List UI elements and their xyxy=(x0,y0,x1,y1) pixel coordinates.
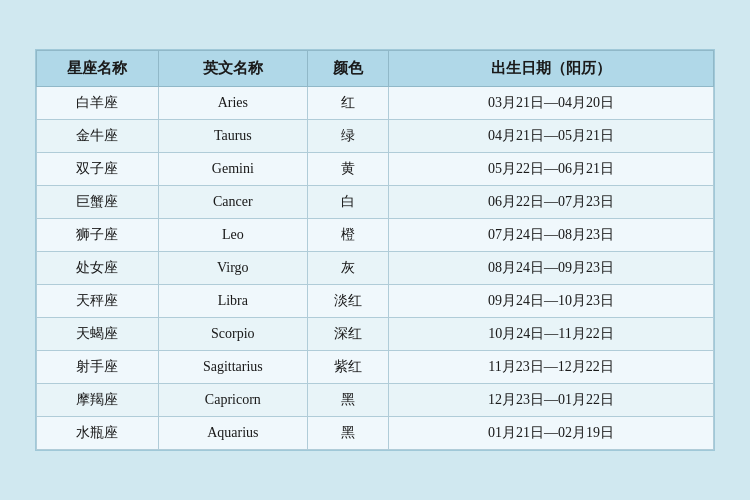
cell-color: 深红 xyxy=(307,318,388,351)
cell-color: 黑 xyxy=(307,384,388,417)
cell-chinese: 水瓶座 xyxy=(37,417,159,450)
table-row: 巨蟹座Cancer白06月22日—07月23日 xyxy=(37,186,714,219)
table-row: 射手座Sagittarius紫红11月23日—12月22日 xyxy=(37,351,714,384)
cell-english: Gemini xyxy=(158,153,307,186)
cell-english: Capricorn xyxy=(158,384,307,417)
cell-color: 淡红 xyxy=(307,285,388,318)
table-row: 天秤座Libra淡红09月24日—10月23日 xyxy=(37,285,714,318)
cell-color: 灰 xyxy=(307,252,388,285)
cell-date: 06月22日—07月23日 xyxy=(389,186,714,219)
cell-date: 07月24日—08月23日 xyxy=(389,219,714,252)
table-row: 处女座Virgo灰08月24日—09月23日 xyxy=(37,252,714,285)
cell-english: Taurus xyxy=(158,120,307,153)
cell-date: 11月23日—12月22日 xyxy=(389,351,714,384)
table-row: 双子座Gemini黄05月22日—06月21日 xyxy=(37,153,714,186)
cell-date: 10月24日—11月22日 xyxy=(389,318,714,351)
header-english: 英文名称 xyxy=(158,51,307,87)
cell-english: Cancer xyxy=(158,186,307,219)
cell-color: 白 xyxy=(307,186,388,219)
cell-chinese: 天秤座 xyxy=(37,285,159,318)
cell-chinese: 射手座 xyxy=(37,351,159,384)
cell-chinese: 处女座 xyxy=(37,252,159,285)
cell-chinese: 摩羯座 xyxy=(37,384,159,417)
table-row: 天蝎座Scorpio深红10月24日—11月22日 xyxy=(37,318,714,351)
table-header-row: 星座名称 英文名称 颜色 出生日期（阳历） xyxy=(37,51,714,87)
cell-english: Scorpio xyxy=(158,318,307,351)
cell-color: 黑 xyxy=(307,417,388,450)
header-date: 出生日期（阳历） xyxy=(389,51,714,87)
cell-date: 05月22日—06月21日 xyxy=(389,153,714,186)
cell-english: Leo xyxy=(158,219,307,252)
cell-date: 04月21日—05月21日 xyxy=(389,120,714,153)
cell-english: Aries xyxy=(158,87,307,120)
cell-date: 03月21日—04月20日 xyxy=(389,87,714,120)
header-chinese: 星座名称 xyxy=(37,51,159,87)
cell-english: Sagittarius xyxy=(158,351,307,384)
table-body: 白羊座Aries红03月21日—04月20日金牛座Taurus绿04月21日—0… xyxy=(37,87,714,450)
table-row: 水瓶座Aquarius黑01月21日—02月19日 xyxy=(37,417,714,450)
cell-color: 黄 xyxy=(307,153,388,186)
zodiac-table-container: 星座名称 英文名称 颜色 出生日期（阳历） 白羊座Aries红03月21日—04… xyxy=(35,49,715,451)
cell-color: 紫红 xyxy=(307,351,388,384)
cell-chinese: 金牛座 xyxy=(37,120,159,153)
cell-date: 09月24日—10月23日 xyxy=(389,285,714,318)
table-row: 狮子座Leo橙07月24日—08月23日 xyxy=(37,219,714,252)
cell-chinese: 狮子座 xyxy=(37,219,159,252)
cell-english: Aquarius xyxy=(158,417,307,450)
cell-chinese: 天蝎座 xyxy=(37,318,159,351)
cell-chinese: 白羊座 xyxy=(37,87,159,120)
cell-color: 橙 xyxy=(307,219,388,252)
zodiac-table: 星座名称 英文名称 颜色 出生日期（阳历） 白羊座Aries红03月21日—04… xyxy=(36,50,714,450)
table-row: 白羊座Aries红03月21日—04月20日 xyxy=(37,87,714,120)
cell-chinese: 双子座 xyxy=(37,153,159,186)
cell-date: 01月21日—02月19日 xyxy=(389,417,714,450)
cell-date: 08月24日—09月23日 xyxy=(389,252,714,285)
header-color: 颜色 xyxy=(307,51,388,87)
cell-color: 绿 xyxy=(307,120,388,153)
cell-english: Libra xyxy=(158,285,307,318)
cell-chinese: 巨蟹座 xyxy=(37,186,159,219)
cell-date: 12月23日—01月22日 xyxy=(389,384,714,417)
cell-color: 红 xyxy=(307,87,388,120)
cell-english: Virgo xyxy=(158,252,307,285)
table-row: 金牛座Taurus绿04月21日—05月21日 xyxy=(37,120,714,153)
table-row: 摩羯座Capricorn黑12月23日—01月22日 xyxy=(37,384,714,417)
